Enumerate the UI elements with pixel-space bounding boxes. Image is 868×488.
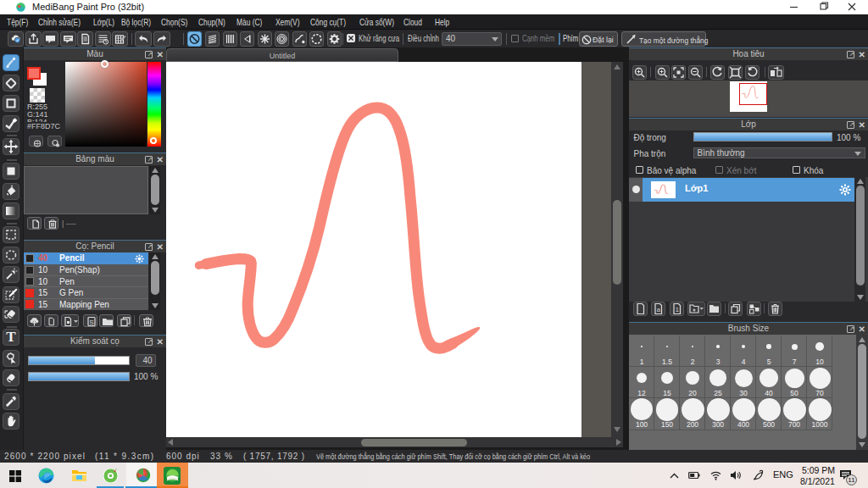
svg-text:1: 1 (676, 306, 679, 313)
svg-text:a: a (657, 306, 661, 313)
svg-text:S: S (89, 318, 93, 325)
